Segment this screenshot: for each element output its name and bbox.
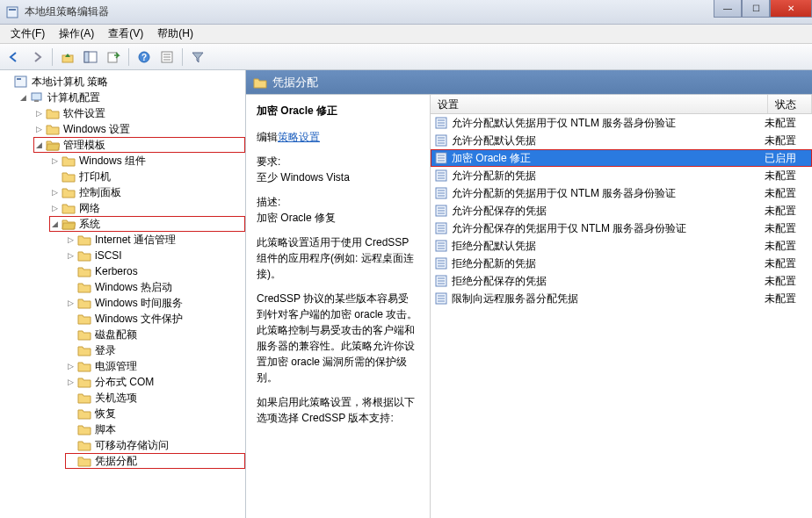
help-button[interactable]: ? (134, 47, 155, 68)
list-row[interactable]: 允许分配默认凭据用于仅 NTLM 服务器身份验证 未配置 (431, 114, 812, 132)
tree-logon[interactable]: 登录 (65, 342, 245, 358)
expand-icon[interactable]: ▷ (65, 234, 76, 245)
tree-pane[interactable]: 本地计算机 策略 ◢ 计算机配置 ▷软件设置 ▷Windows 设置 ◢管理模板… (0, 70, 246, 518)
tree-windows-time[interactable]: ▷Windows 时间服务 (65, 295, 245, 311)
tree-windows-components[interactable]: ▷Windows 组件 (49, 153, 245, 169)
forward-button[interactable] (26, 47, 47, 68)
expand-icon[interactable]: ▷ (33, 108, 44, 119)
show-hide-tree-button[interactable] (80, 47, 101, 68)
policy-item-icon (434, 169, 448, 183)
up-level-button[interactable] (57, 47, 78, 68)
list-row[interactable]: 允许分配新的凭据用于仅 NTLM 服务器身份验证 未配置 (431, 184, 812, 202)
collapse-icon[interactable]: ◢ (33, 140, 44, 150)
list-cell-setting: 允许分配默认凭据 (452, 133, 765, 148)
properties-button[interactable] (156, 47, 178, 68)
folder-open-icon (62, 218, 76, 230)
folder-icon (77, 344, 91, 356)
maximize-button[interactable]: ☐ (742, 0, 770, 18)
tree-windows-settings[interactable]: ▷Windows 设置 (33, 121, 245, 137)
list-body[interactable]: 允许分配默认凭据用于仅 NTLM 服务器身份验证 未配置 允许分配默认凭据 未配… (431, 114, 812, 518)
list-row[interactable]: 拒绝分配新的凭据 未配置 (431, 255, 812, 272)
list-cell-state: 未配置 (765, 169, 808, 183)
close-button[interactable]: ✕ (770, 0, 812, 18)
list-cell-state: 未配置 (765, 239, 808, 254)
tree-cred-delegation[interactable]: 凭据分配 (65, 453, 245, 469)
edit-policy-link[interactable]: 策略设置 (278, 131, 320, 143)
description-para2: CredSSP 协议的某些版本容易受到针对客户端的加密 oracle 攻击。此策… (257, 291, 419, 385)
tree-power-mgmt[interactable]: ▷电源管理 (65, 358, 245, 374)
tree-iscsi[interactable]: ▷iSCSI (65, 248, 245, 263)
folder-icon (62, 202, 76, 214)
filter-button[interactable] (187, 47, 208, 68)
list-row[interactable]: 允许分配保存的凭据用于仅 NTLM 服务器身份验证 未配置 (431, 219, 812, 237)
folder-icon (46, 123, 60, 135)
list-cell-state: 未配置 (765, 274, 808, 289)
export-button[interactable] (103, 47, 124, 68)
folder-icon (77, 234, 91, 246)
list-cell-setting: 允许分配保存的凭据 (452, 204, 765, 219)
list-row[interactable]: 允许分配保存的凭据 未配置 (431, 202, 812, 219)
expand-icon[interactable]: ▷ (49, 187, 60, 198)
tree-dcom[interactable]: ▷分布式 COM (65, 374, 245, 390)
menu-help[interactable]: 帮助(H) (150, 24, 200, 44)
description-para3: 如果启用此策略设置，将根据以下选项选择 CredSSP 版本支持: (257, 394, 419, 426)
folder-icon (77, 265, 91, 277)
tree-kerberos[interactable]: Kerberos (65, 263, 245, 279)
description-para1: 此策略设置适用于使用 CredSSP 组件的应用程序(例如: 远程桌面连接)。 (257, 234, 419, 282)
svg-rect-4 (84, 52, 89, 62)
expand-icon[interactable]: ▷ (65, 298, 76, 308)
expand-icon[interactable]: ▷ (33, 124, 44, 134)
tree-computer-config[interactable]: ◢ 计算机配置 (18, 90, 245, 105)
list-cell-state: 未配置 (765, 256, 808, 271)
policy-item-icon (434, 186, 448, 200)
menu-action[interactable]: 操作(A) (52, 24, 101, 44)
policy-item-icon (434, 204, 448, 218)
expand-icon[interactable]: ▷ (65, 377, 76, 387)
tree-network[interactable]: ▷网络 (49, 200, 245, 216)
policy-item-icon (434, 256, 448, 270)
expand-icon[interactable]: ▷ (49, 155, 60, 166)
expand-icon[interactable]: ▷ (65, 361, 76, 371)
list-cell-setting: 拒绝分配默认凭据 (452, 239, 765, 254)
list-row[interactable]: 拒绝分配保存的凭据 未配置 (431, 272, 812, 290)
window-titlebar: 本地组策略编辑器 — ☐ ✕ (0, 0, 812, 25)
column-setting[interactable]: 设置 (431, 95, 768, 113)
tree-internet-comm[interactable]: ▷Internet 通信管理 (65, 232, 245, 248)
list-row[interactable]: 限制向远程服务器分配凭据 未配置 (431, 290, 812, 307)
collapse-icon[interactable]: ◢ (49, 219, 60, 229)
collapse-icon[interactable]: ◢ (18, 92, 28, 103)
description-label: 描述: (257, 194, 419, 210)
expand-icon[interactable]: ▷ (49, 203, 60, 213)
expand-icon[interactable]: ▷ (65, 250, 76, 261)
menu-file[interactable]: 文件(F) (4, 24, 52, 44)
back-button[interactable] (4, 47, 25, 68)
tree-software-settings[interactable]: ▷软件设置 (33, 105, 245, 121)
list-row[interactable]: 加密 Oracle 修正 已启用 (431, 149, 812, 167)
tree-printers[interactable]: 打印机 (49, 169, 245, 184)
list-cell-setting: 允许分配新的凭据 (452, 169, 765, 183)
list-cell-state: 已启用 (765, 151, 808, 166)
tree-control-panel[interactable]: ▷控制面板 (49, 184, 245, 200)
tree-scripts[interactable]: 脚本 (65, 421, 245, 437)
tree-disk-quota[interactable]: 磁盘配额 (65, 327, 245, 342)
policy-root-icon (14, 76, 28, 88)
tree-system[interactable]: ◢系统 (49, 216, 245, 232)
tree-removable-storage[interactable]: 可移动存储访问 (65, 437, 245, 453)
list-cell-state: 未配置 (765, 204, 808, 219)
detail-pane: 加密 Oracle 修正 编辑策略设置 要求: 至少 Windows Vista… (246, 95, 431, 518)
tree-root[interactable]: 本地计算机 策略 (2, 74, 245, 90)
list-cell-setting: 允许分配新的凭据用于仅 NTLM 服务器身份验证 (452, 186, 765, 201)
menubar: 文件(F) 操作(A) 查看(V) 帮助(H) (0, 25, 812, 44)
minimize-button[interactable]: — (714, 0, 742, 18)
tree-admin-templates[interactable]: ◢管理模板 (33, 137, 245, 153)
tree-windows-file-protect[interactable]: Windows 文件保护 (65, 311, 245, 327)
column-state[interactable]: 状态 (768, 95, 812, 113)
list-row[interactable]: 允许分配新的凭据 未配置 (431, 167, 812, 184)
tree-windows-hotstart[interactable]: Windows 热启动 (65, 279, 245, 295)
list-cell-state: 未配置 (765, 291, 808, 306)
tree-shutdown-options[interactable]: 关机选项 (65, 390, 245, 406)
tree-recovery[interactable]: 恢复 (65, 406, 245, 421)
list-row[interactable]: 允许分配默认凭据 未配置 (431, 132, 812, 149)
list-row[interactable]: 拒绝分配默认凭据 未配置 (431, 237, 812, 255)
menu-view[interactable]: 查看(V) (101, 24, 150, 44)
